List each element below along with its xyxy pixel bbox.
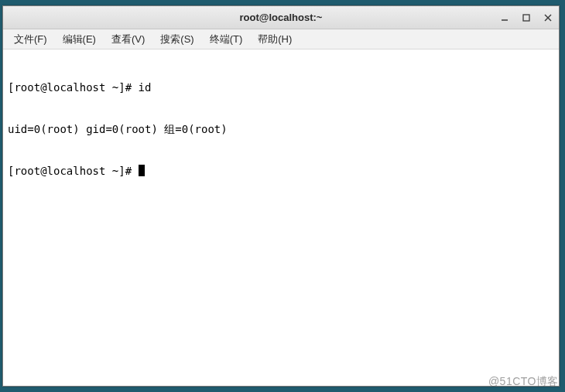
- watermark: @51CTO博客: [488, 375, 559, 389]
- titlebar[interactable]: root@localhost:~: [3, 6, 559, 29]
- menu-file[interactable]: 文件(F): [8, 30, 53, 49]
- menu-edit[interactable]: 编辑(E): [56, 30, 102, 49]
- menu-search[interactable]: 搜索(S): [154, 30, 200, 49]
- svg-rect-1: [523, 15, 529, 21]
- window-title: root@localhost:~: [240, 12, 323, 23]
- minimize-button[interactable]: [498, 12, 511, 24]
- window-controls: [498, 6, 554, 29]
- close-button[interactable]: [542, 12, 554, 24]
- terminal-line-1: [root@localhost ~]# id: [8, 80, 554, 94]
- cursor-icon: [139, 165, 145, 176]
- maximize-button[interactable]: [520, 12, 532, 24]
- terminal-line-3: [root@localhost ~]#: [8, 164, 554, 178]
- terminal-window: root@localhost:~ 文件(F) 编辑(E) 查看: [2, 5, 560, 387]
- menubar: 文件(F) 编辑(E) 查看(V) 搜索(S) 终端(T) 帮助(H): [3, 29, 559, 49]
- menu-help[interactable]: 帮助(H): [252, 30, 298, 49]
- menu-terminal[interactable]: 终端(T): [204, 30, 249, 49]
- terminal-line-2: uid=0(root) gid=0(root) 组=0(root): [8, 122, 554, 136]
- prompt: [root@localhost ~]#: [8, 165, 139, 177]
- command-text: id: [139, 81, 152, 94]
- menu-view[interactable]: 查看(V): [105, 30, 151, 49]
- terminal-area[interactable]: [root@localhost ~]# id uid=0(root) gid=0…: [3, 49, 559, 386]
- prompt: [root@localhost ~]#: [8, 81, 139, 94]
- maximize-icon: [522, 13, 531, 22]
- close-icon: [543, 13, 553, 22]
- minimize-icon: [500, 13, 509, 22]
